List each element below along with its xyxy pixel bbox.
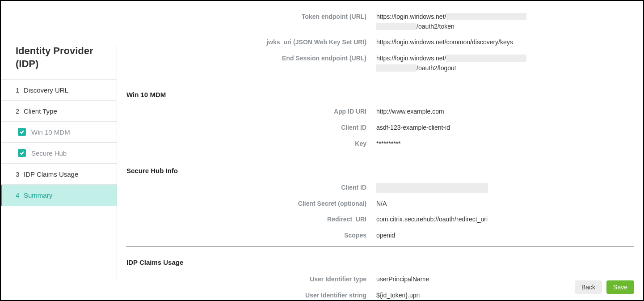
back-button[interactable]: Back: [575, 280, 602, 294]
row-jwks-uri: jwks_uri (JSON Web Key Set URI) https://…: [126, 34, 634, 51]
field-label: Redirect_URI: [126, 215, 376, 224]
field-label: Client ID: [126, 123, 376, 132]
sidebar-title: Identity Provider (IDP): [1, 45, 117, 79]
footer-actions: Back Save: [575, 280, 634, 294]
section-title: Secure Hub Info: [126, 161, 634, 180]
check-icon: [18, 128, 26, 136]
redacted-block: [446, 55, 526, 62]
step-label: Summary: [24, 191, 52, 199]
nav-sub-win10-mdm[interactable]: Win 10 MDM: [1, 122, 117, 143]
field-label: User Identifier type: [126, 275, 376, 284]
field-label: Scopes: [126, 231, 376, 240]
row-redirect-uri: Redirect_URI com.citrix.securehub://oaut…: [126, 212, 634, 228]
section-idp-claims: IDP Claims Usage User Identifier type us…: [126, 253, 634, 300]
section-secure-hub: Secure Hub Info Client ID Client Secret …: [126, 161, 634, 247]
step-label: Discovery URL: [24, 86, 68, 94]
nav-step-summary[interactable]: 4 Summary: [1, 185, 117, 206]
row-app-id-uri: App ID URI http://www.example.com: [126, 104, 634, 120]
nav-step-client-type[interactable]: 2 Client Type: [1, 101, 117, 122]
step-number: 1: [16, 86, 24, 94]
field-value: N/A: [376, 199, 634, 209]
sidebar: Identity Provider (IDP) 1 Discovery URL …: [1, 1, 117, 300]
field-label: Token endpoint (URL): [126, 12, 376, 21]
row-end-session: End Session endpoint (URL) https://login…: [126, 51, 634, 76]
nav-sub-secure-hub[interactable]: Secure Hub: [1, 143, 117, 164]
row-token-endpoint: Token endpoint (URL) https://login.windo…: [126, 9, 634, 34]
section-title: Win 10 MDM: [126, 85, 634, 104]
step-label: IDP Claims Usage: [24, 170, 78, 178]
redacted-block: [376, 64, 417, 72]
row-client-secret: Client Secret (optional) N/A: [126, 196, 634, 212]
field-value: https://login.windows.net/ /oauth2/logou…: [376, 54, 634, 73]
row-key: Key **********: [126, 136, 634, 152]
check-icon: [18, 149, 26, 157]
step-number: 4: [16, 191, 24, 199]
redacted-block: [376, 23, 417, 30]
step-number: 2: [16, 107, 24, 115]
redacted-block: [446, 13, 526, 20]
row-scopes: Scopes openid: [126, 228, 634, 244]
field-label: App ID URI: [126, 107, 376, 116]
nav-step-idp-claims[interactable]: 3 IDP Claims Usage: [1, 164, 117, 185]
field-value: https://login.windows.net/ /oauth2/token: [376, 12, 634, 31]
field-value: openid: [376, 231, 634, 241]
field-label: jwks_uri (JSON Web Key Set URI): [126, 38, 376, 47]
field-label: End Session endpoint (URL): [126, 54, 376, 63]
field-label: Client Secret (optional): [126, 199, 376, 208]
row-client-id: Client ID: [126, 180, 634, 196]
field-label: Client ID: [126, 183, 376, 192]
nav-step-discovery-url[interactable]: 1 Discovery URL: [1, 80, 117, 101]
field-value: http://www.example.com: [376, 107, 634, 117]
field-value: [376, 183, 634, 193]
field-value: asdf-123-example-client-id: [376, 123, 634, 133]
row-user-id-string: User Identifier string ${id_token}.upn: [126, 288, 634, 300]
step-number: 3: [16, 170, 24, 178]
row-user-id-type: User Identifier type userPrincipalName: [126, 271, 634, 288]
field-label: Key: [126, 139, 376, 148]
field-label: User Identifier string: [126, 291, 376, 300]
save-button[interactable]: Save: [606, 280, 634, 294]
redacted-block: [376, 183, 488, 193]
field-value: https://login.windows.net/common/discove…: [376, 38, 634, 47]
field-value: **********: [376, 139, 634, 149]
field-value: com.citrix.securehub://oauth/redirect_ur…: [376, 215, 634, 225]
section-title: IDP Claims Usage: [126, 253, 634, 271]
sub-label: Secure Hub: [31, 149, 67, 157]
wizard-nav: 1 Discovery URL 2 Client Type Win 10 MDM: [1, 79, 117, 206]
section-win10-mdm: Win 10 MDM App ID URI http://www.example…: [126, 85, 634, 155]
sub-label: Win 10 MDM: [31, 128, 70, 136]
row-client-id: Client ID asdf-123-example-client-id: [126, 120, 634, 136]
section-endpoints: Token endpoint (URL) https://login.windo…: [126, 9, 634, 79]
step-label: Client Type: [24, 107, 57, 115]
main-content: Token endpoint (URL) https://login.windo…: [117, 1, 643, 300]
